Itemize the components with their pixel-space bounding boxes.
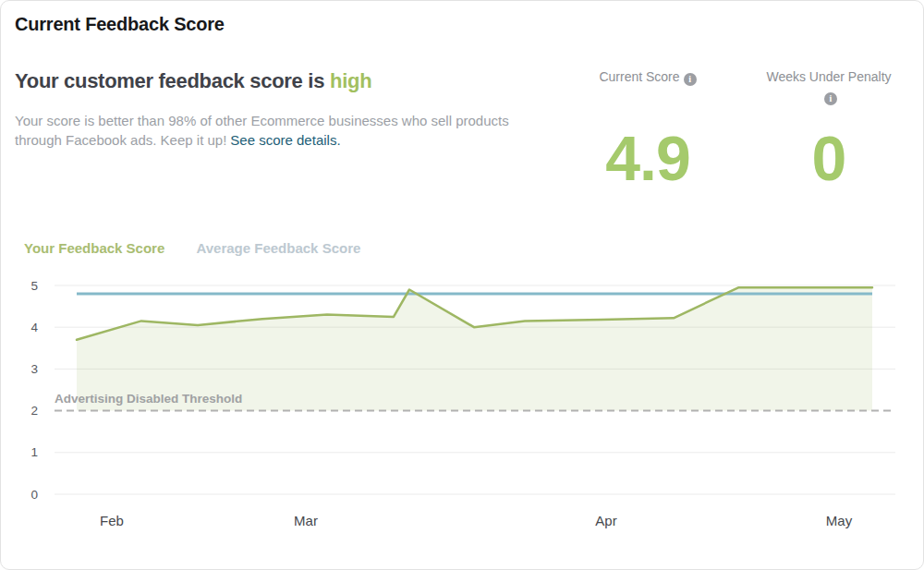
legend-average-feedback-score[interactable]: Average Feedback Score — [196, 240, 360, 256]
x-axis-tick-label: Apr — [595, 513, 616, 528]
chart-legend: Your Feedback Score Average Feedback Sco… — [24, 240, 360, 256]
description-line-2: through Facebook ads. Keep it up! — [15, 132, 226, 148]
score-status-heading: Your customer feedback score ishigh — [15, 69, 371, 93]
y-axis-tick-label: 1 — [30, 445, 38, 459]
see-score-details-link[interactable]: See score details. — [230, 132, 340, 148]
x-axis-tick-label: May — [826, 513, 853, 528]
score-description: Your score is better than 98% of other E… — [15, 111, 569, 150]
page-title: Current Feedback Score — [15, 14, 225, 35]
threshold-label: Advertising Disabled Threshold — [55, 392, 242, 406]
y-axis-tick-label: 0 — [30, 488, 38, 502]
feedback-score-chart: 543210Advertising Disabled ThresholdFebM… — [1, 267, 924, 563]
current-score-label-row: Current Scorei — [551, 69, 745, 86]
feedback-score-card: Current Feedback Score Your customer fee… — [0, 0, 924, 570]
y-axis-tick-label: 3 — [30, 362, 38, 376]
current-score-label: Current Score — [599, 69, 679, 84]
line-chart: 543210Advertising Disabled ThresholdFebM… — [1, 267, 924, 563]
weeks-under-penalty-icon-row: i — [732, 88, 924, 105]
info-icon[interactable]: i — [824, 92, 837, 105]
info-icon[interactable]: i — [684, 73, 697, 86]
current-score-stat: Current Scorei 4.9 — [551, 69, 745, 86]
score-status-prefix: Your customer feedback score is — [15, 69, 324, 92]
legend-your-feedback-score[interactable]: Your Feedback Score — [24, 240, 164, 256]
weeks-under-penalty-stat: Weeks Under Penalty i 0 — [732, 69, 924, 105]
y-axis-tick-label: 2 — [30, 404, 38, 418]
score-status-value: high — [330, 69, 371, 92]
weeks-under-penalty-label: Weeks Under Penalty — [732, 69, 924, 84]
weeks-under-penalty-value: 0 — [732, 127, 924, 189]
current-score-value: 4.9 — [551, 127, 745, 189]
y-axis-tick-label: 5 — [30, 279, 38, 293]
x-axis-tick-label: Feb — [100, 513, 124, 528]
description-line-1: Your score is better than 98% of other E… — [15, 113, 509, 128]
x-axis-tick-label: Mar — [294, 513, 318, 528]
y-axis-tick-label: 4 — [30, 321, 38, 334]
